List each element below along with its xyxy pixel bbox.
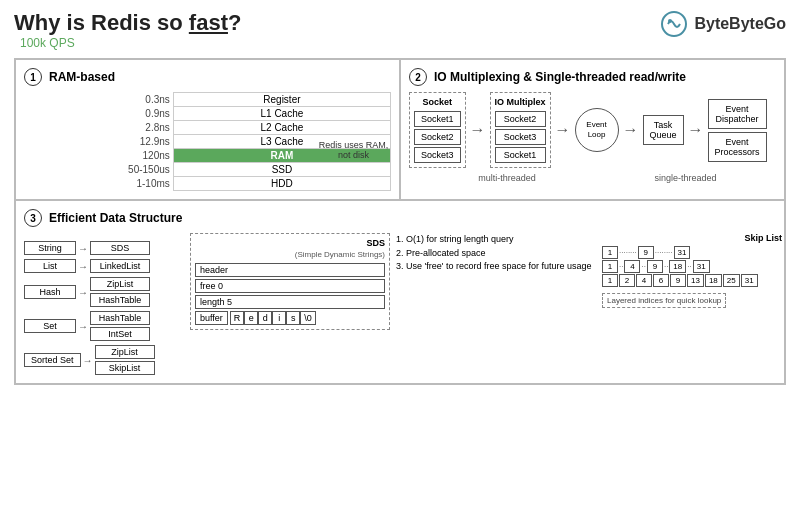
memory-label: HDD <box>173 177 390 191</box>
task-queue: TaskQueue <box>643 115 684 145</box>
dtype-arrow: → <box>78 287 88 298</box>
memory-row: 0.9nsL1 Cache <box>24 107 391 121</box>
sds-free: free 0 <box>195 279 385 293</box>
skiplist-title: Skip List <box>602 233 782 243</box>
socket-title: Socket <box>414 97 461 107</box>
sl-3-9: 9 <box>670 274 686 287</box>
dtype-name: List <box>24 259 76 273</box>
sl-dash-4: ·· <box>641 262 645 271</box>
io-multiplex-title: IO Multiplex <box>495 97 546 107</box>
io-labels: multi-threaded single-threaded <box>409 173 776 183</box>
dtype-name: Set <box>24 319 76 333</box>
sds-diagram: SDS (Simple Dynamic Strings) header free… <box>190 233 390 330</box>
ds-content: String→SDSList→LinkedListHash→ZipListHas… <box>24 233 776 375</box>
sl-2-18: 18 <box>669 260 686 273</box>
impl-box: HashTable <box>90 293 150 307</box>
dtype-list: String→SDSList→LinkedListHash→ZipListHas… <box>24 233 184 375</box>
io-content: Socket Socket1 Socket2 Socket3 → IO Mult… <box>409 92 776 183</box>
impl-col: LinkedList <box>90 259 150 273</box>
subtitle: 100k QPS <box>20 36 241 50</box>
socket-group: Socket Socket1 Socket2 Socket3 <box>409 92 466 168</box>
logo-icon <box>660 10 688 38</box>
dtype-row: Hash→ZipListHashTable <box>24 277 184 307</box>
sl-dash-5: ·· <box>664 262 668 271</box>
socket-right-1: Socket2 <box>495 111 546 127</box>
dtype-arrow: → <box>78 321 88 332</box>
sl-3-6: 6 <box>653 274 669 287</box>
ram-note: Redis uses RAM, not disk <box>316 140 391 160</box>
memory-time: 120ns <box>24 149 173 163</box>
sds-note-3: 3. Use 'free' to record free space for f… <box>396 260 596 274</box>
logo-text: ByteByteGo <box>694 15 786 33</box>
page: Why is Redis so fast? 100k QPS ByteByteG… <box>0 0 800 510</box>
arrow3: → <box>623 121 639 139</box>
socket-right-2: Socket3 <box>495 129 546 145</box>
dtype-row: Set→HashTableIntSet <box>24 311 184 341</box>
impl-box: IntSet <box>90 327 150 341</box>
dtype-arrow: → <box>78 243 88 254</box>
impl-box: HashTable <box>90 311 150 325</box>
memory-time: 2.8ns <box>24 121 173 135</box>
sl-3-18: 18 <box>705 274 722 287</box>
arrow4: → <box>688 121 704 139</box>
sl-3-2: 2 <box>619 274 635 287</box>
title-area: Why is Redis so fast? 100k QPS <box>14 10 241 56</box>
dtype-name: Hash <box>24 285 76 299</box>
memory-time: 1-10ms <box>24 177 173 191</box>
sl-dash-6: ·· <box>687 262 691 271</box>
dtype-arrow: → <box>83 355 93 366</box>
sl-3-1: 1 <box>602 274 618 287</box>
section2-title: 2 IO Multiplexing & Single-threaded read… <box>409 68 776 86</box>
memory-row: 50-150usSSD <box>24 163 391 177</box>
impl-col: SDS <box>90 241 150 255</box>
buffer-cells: R e d i s \0 <box>230 311 316 325</box>
section-ds: 3 Efficient Data Structure String→SDSLis… <box>15 200 785 384</box>
memory-label: L1 Cache <box>173 107 390 121</box>
section1-title: 1 RAM-based <box>24 68 391 86</box>
sds-buffer-row: buffer R e d i s \0 <box>195 311 385 325</box>
section3-title: 3 Efficient Data Structure <box>24 209 776 227</box>
dtype-name: String <box>24 241 76 255</box>
sl-dash-3: ·· <box>619 262 623 271</box>
sds-note-1: 1. O(1) for string length query <box>396 233 596 247</box>
bc-R: R <box>230 311 245 325</box>
logo: ByteByteGo <box>660 10 786 38</box>
impl-col: HashTableIntSet <box>90 311 150 341</box>
section-io: 2 IO Multiplexing & Single-threaded read… <box>400 59 785 200</box>
memory-time: 12.9ns <box>24 135 173 149</box>
memory-label: L2 Cache <box>173 121 390 135</box>
socket-left-1: Socket1 <box>414 111 461 127</box>
sl-3-31: 31 <box>741 274 758 287</box>
layered-note-area: Layered indices for quick lookup <box>602 291 782 308</box>
skiplist-section: Skip List 1 ········ 9 ········ 31 1 ·· … <box>602 233 782 375</box>
event-group: EventDispatcher EventProcessors <box>708 99 767 162</box>
bc-i: i <box>272 311 286 325</box>
svg-point-1 <box>668 19 672 23</box>
sl-2-1: 1 <box>602 260 618 273</box>
event-dispatcher: EventDispatcher <box>708 99 767 129</box>
memory-time: 50-150us <box>24 163 173 177</box>
page-title: Why is Redis so fast? <box>14 10 241 36</box>
dtype-row: Sorted Set→ZipListSkipList <box>24 345 184 375</box>
sl-2-4: 4 <box>624 260 640 273</box>
arrow1: → <box>470 121 486 139</box>
memory-time: 0.3ns <box>24 93 173 107</box>
label-multi: multi-threaded <box>478 173 536 183</box>
sl-3-4: 4 <box>636 274 652 287</box>
sl-3-13: 13 <box>687 274 704 287</box>
section1-num: 1 <box>24 68 42 86</box>
sl-dash-1: ········ <box>619 248 637 257</box>
io-multiplex-group: IO Multiplex Socket2 Socket3 Socket1 <box>490 92 551 168</box>
memory-row: 2.8nsL2 Cache <box>24 121 391 135</box>
header: Why is Redis so fast? 100k QPS ByteByteG… <box>14 10 786 56</box>
memory-label: SSD <box>173 163 390 177</box>
sl-2-9: 9 <box>647 260 663 273</box>
memory-label: Register <box>173 93 390 107</box>
bc-s: s <box>286 311 300 325</box>
impl-box: SkipList <box>95 361 155 375</box>
bc-null: \0 <box>300 311 316 325</box>
label-single: single-threaded <box>655 173 717 183</box>
sl-1-1: 1 <box>602 246 618 259</box>
section3-num: 3 <box>24 209 42 227</box>
event-loop: EventLoop <box>575 108 619 152</box>
